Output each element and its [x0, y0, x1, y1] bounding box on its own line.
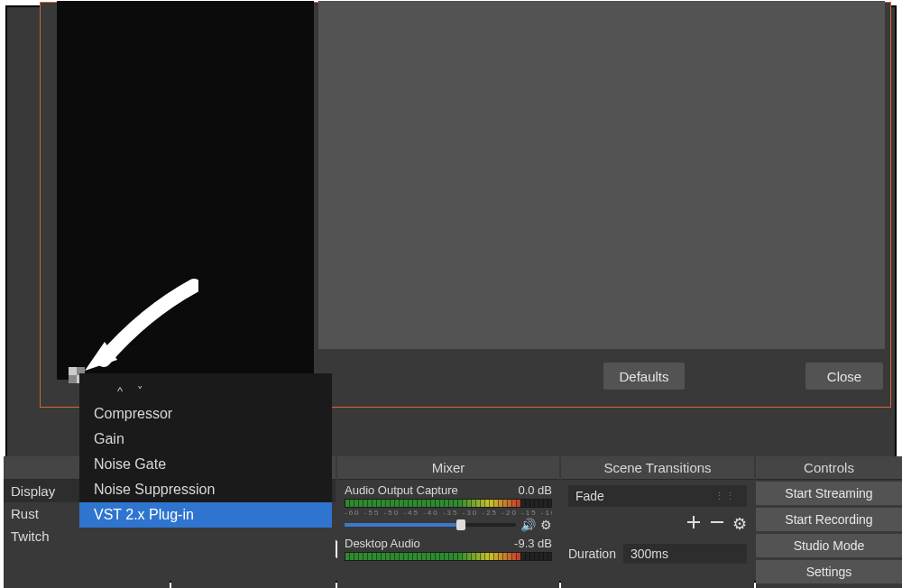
- mixer-channel-db: -9.3 dB: [514, 537, 552, 550]
- filters-dialog: Defaults Close: [40, 2, 891, 408]
- start-recording-button[interactable]: Start Recording: [756, 507, 902, 531]
- settings-button[interactable]: Settings: [756, 559, 902, 583]
- menu-item-compressor[interactable]: Compressor: [79, 401, 332, 427]
- mixer-channel-name: Audio Output Capture: [345, 483, 458, 497]
- menu-item-gain[interactable]: Gain: [79, 427, 332, 452]
- scene-label: Rust: [11, 506, 39, 521]
- duration-input[interactable]: 300ms: [623, 544, 747, 564]
- close-button[interactable]: Close: [805, 363, 883, 390]
- menu-item-noise-gate[interactable]: Noise Gate: [79, 452, 332, 477]
- level-meter: [345, 552, 552, 561]
- mixer-channel: Desktop Audio -9.3 dB: [345, 537, 552, 561]
- mixer-dock: Mixer Audio Output Capture 0.0 dB -60 -5…: [337, 456, 559, 588]
- menu-scroll-indicators: ^ ˅: [79, 382, 332, 401]
- transitions-header: Scene Transitions: [561, 456, 754, 480]
- level-meter: [345, 499, 552, 508]
- meter-ticks: -60 -55 -50 -45 -40 -35 -30 -25 -20 -15 …: [345, 509, 552, 517]
- defaults-button[interactable]: Defaults: [603, 363, 685, 390]
- menu-item-vst-plugin[interactable]: VST 2.x Plug-in: [79, 502, 332, 528]
- add-transition-button[interactable]: [686, 514, 702, 535]
- duration-value: 300ms: [630, 547, 668, 561]
- app-window: Defaults Close ^ ˅ Compressor Gain Noise…: [5, 5, 897, 583]
- transition-selected-label: Fade: [575, 489, 604, 503]
- scene-label: Twitch: [11, 528, 50, 544]
- mixer-channel-db: 0.0 dB: [518, 483, 552, 497]
- speaker-icon[interactable]: 🔊: [521, 519, 534, 531]
- scene-label: Display: [11, 483, 55, 499]
- transition-select[interactable]: Fade ⋮⋮: [568, 485, 747, 507]
- filter-preview-area: [318, 1, 885, 349]
- controls-header: Controls: [756, 456, 902, 480]
- scene-item[interactable]: Twitch: [4, 525, 170, 547]
- start-streaming-button[interactable]: Start Streaming: [756, 482, 902, 505]
- transition-settings-button[interactable]: ⚙: [732, 514, 747, 535]
- mixer-channel-name: Desktop Audio: [345, 537, 420, 550]
- menu-item-noise-suppression[interactable]: Noise Suppression: [79, 477, 332, 502]
- dropdown-handle-icon: ⋮⋮: [714, 493, 740, 499]
- filter-list-area: [57, 1, 314, 380]
- add-filter-menu: ^ ˅ Compressor Gain Noise Gate Noise Sup…: [79, 373, 332, 528]
- duration-label: Duration: [568, 547, 616, 561]
- transitions-dock: Scene Transitions Fade ⋮⋮ ⚙ Duration 300…: [561, 456, 754, 588]
- mixer-channel: Audio Output Capture 0.0 dB -60 -55 -50 …: [345, 483, 552, 531]
- gear-icon[interactable]: ⚙: [539, 519, 552, 531]
- volume-slider[interactable]: [345, 523, 516, 527]
- remove-transition-button[interactable]: [709, 514, 725, 535]
- studio-mode-button[interactable]: Studio Mode: [756, 533, 902, 557]
- controls-dock: Controls Start Streaming Start Recording…: [756, 456, 902, 588]
- mixer-header: Mixer: [337, 456, 559, 480]
